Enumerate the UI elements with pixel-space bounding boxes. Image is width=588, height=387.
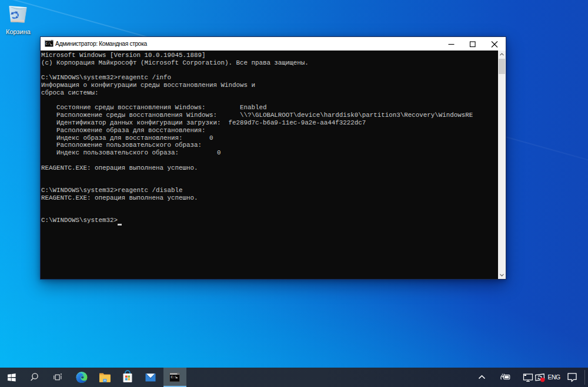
svg-text:C:\: C:\ [46,42,51,46]
svg-text:C:\: C:\ [171,375,177,379]
